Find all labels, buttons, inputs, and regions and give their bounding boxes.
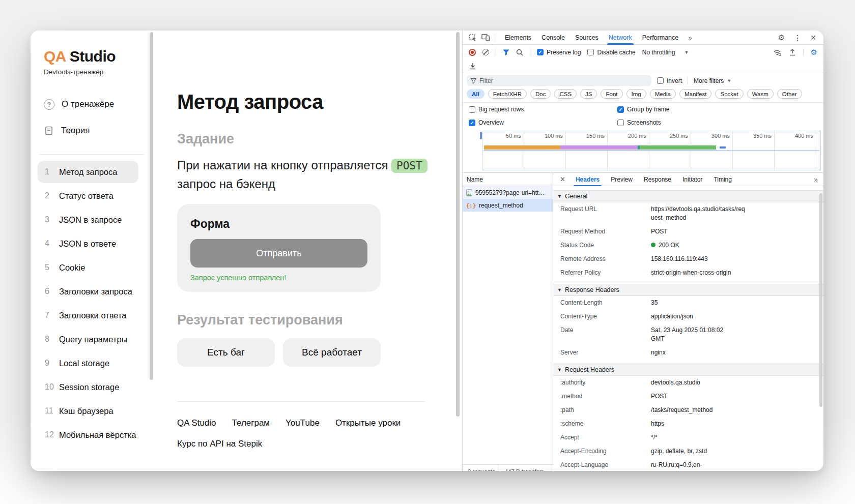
preserve-log-checkbox[interactable]: ✓ Preserve log [537,49,581,56]
network-status-bar: 2 requests 447 B transferr [463,464,553,471]
timeline-handle[interactable] [480,132,482,139]
network-overview-timeline[interactable]: 50 ms100 ms150 ms200 ms250 ms300 ms350 m… [482,131,821,170]
lesson-item[interactable]: 7 Заголовки ответа [38,304,138,327]
throttling-dropdown[interactable]: No throttling ▼ [642,49,689,56]
export-har-icon[interactable] [789,49,796,56]
big-request-rows-checkbox[interactable]: Big request rows [469,106,617,113]
section-header[interactable]: ▼ Response Headers [553,284,823,296]
lesson-item[interactable]: 6 Заголовки запроса [38,280,138,303]
type-chip[interactable]: JS [580,89,597,99]
inspect-icon[interactable] [469,34,477,42]
details-tab[interactable]: Initiator [677,173,708,186]
device-toolbar-icon[interactable] [481,34,490,41]
invert-checkbox[interactable]: Invert [657,77,682,84]
clear-icon[interactable] [482,49,489,55]
name-column-header[interactable]: Name [463,173,553,186]
value-line: nginx [651,348,666,357]
type-chip[interactable]: Fetch/XHR [488,89,527,99]
footer-link[interactable]: Телеграм [232,418,270,428]
header-row: Content-Type application/json [553,310,823,323]
value-line: application/json [651,312,693,321]
sidebar-scrollbar[interactable] [150,32,153,380]
details-tab[interactable]: Timing [708,173,737,186]
search-icon[interactable] [516,49,523,56]
lesson-item[interactable]: 5 Cookie [38,256,138,279]
lesson-item[interactable]: 10 Session storage [38,376,138,398]
sidebar: QA Studio Devtools-тренажёр ? О тренажёр… [31,31,157,471]
request-row[interactable]: {:} 95955279?page-url=htt… [463,186,553,199]
header-key: Request URL [560,205,651,222]
type-chip[interactable]: Manifest [679,89,711,99]
request-row[interactable]: {:} request_method [463,199,553,212]
header-key: Accept-Encoding [560,447,651,456]
lesson-item[interactable]: 2 Статус ответа [38,185,138,207]
close-devtools-icon[interactable]: ✕ [810,34,816,42]
bug-button[interactable]: Есть баг [177,338,275,367]
section-header[interactable]: ▼ General [553,190,823,202]
sidebar-item-theory[interactable]: Теория [44,124,157,138]
import-har-icon[interactable] [469,63,476,70]
type-chip[interactable]: Other [777,89,802,99]
type-chip[interactable]: Doc [530,89,551,99]
devtools-tab[interactable]: Elements [500,31,536,45]
disable-cache-checkbox[interactable]: Disable cache [587,49,635,56]
lesson-item[interactable]: 12 Мобильная вёрстка [38,424,138,446]
lesson-number: 10 [45,382,59,392]
details-tab[interactable]: Preview [605,173,638,186]
group-by-frame-checkbox[interactable]: ✓ Group by frame [617,106,669,113]
lesson-item[interactable]: 1 Метод запроса [38,161,138,183]
value-lines: 35 [651,299,658,306]
footer-link[interactable]: QA Studio [177,418,216,428]
main-scrollbar[interactable] [456,32,460,417]
type-chip[interactable]: Img [626,89,646,99]
filter-input[interactable] [479,77,647,84]
type-chip[interactable]: All [467,89,484,99]
header-value: */* [651,433,764,442]
app-window: QA Studio Devtools-тренажёр ? О тренажёр… [31,31,823,471]
network-conditions-icon[interactable] [773,49,782,56]
method-badge: POST [391,159,428,173]
more-tabs-icon[interactable]: » [688,34,692,42]
type-chip[interactable]: Wasm [747,89,774,99]
footer-link[interactable]: Открытые уроки [335,418,401,428]
record-icon[interactable] [469,49,476,56]
more-detail-tabs-icon[interactable]: » [814,175,821,184]
result-heading: Результат тестирования [177,312,462,328]
section-rows: :authority devtools.qa.studio :method [553,376,823,471]
section-header[interactable]: ▼ Request Headers [553,364,823,376]
lesson-item[interactable]: 9 Local storage [38,352,138,374]
more-options-icon[interactable]: ⋮ [794,34,801,42]
lesson-item[interactable]: 4 JSON в ответе [38,232,138,255]
header-row: :path /tasks/request_method [553,403,823,417]
value-lines: https [651,420,664,427]
sidebar-item-about[interactable]: ? О тренажёре [44,97,157,111]
works-button[interactable]: Всё работает [283,338,381,367]
close-details-icon[interactable]: ✕ [555,175,570,183]
screenshots-checkbox[interactable]: Screenshots [617,119,661,126]
settings-gear-icon[interactable]: ⚙ [778,33,785,42]
lesson-item[interactable]: 3 JSON в запросе [38,209,138,231]
lesson-item[interactable]: 8 Query параметры [38,328,138,350]
devtools-tab[interactable]: Performance [637,31,684,45]
lesson-number: 6 [45,287,59,296]
footer-link[interactable]: YouTube [286,418,320,428]
type-chip[interactable]: CSS [554,89,577,99]
submit-button[interactable]: Отправить [190,239,367,268]
network-settings-gear-icon[interactable]: ⚙ [811,48,817,57]
section-title: General [565,193,587,200]
footer-link-stepik[interactable]: Курс по API на Stepik [177,439,462,449]
devtools-tab[interactable]: Console [536,31,570,45]
details-tab[interactable]: Response [638,173,677,186]
type-chip[interactable]: Media [650,89,676,99]
type-chip[interactable]: Font [601,89,622,99]
details-scrollbar[interactable] [819,193,822,407]
overview-checkbox[interactable]: ✓ Overview [469,119,617,126]
devtools-tab[interactable]: Sources [570,31,604,45]
type-chip[interactable]: Socket [715,89,743,99]
details-tab[interactable]: Headers [570,173,605,186]
big-request-rows-label: Big request rows [478,106,524,113]
lesson-item[interactable]: 11 Кэш браузера [38,400,138,422]
devtools-tab[interactable]: Network [604,31,637,45]
more-filters-dropdown[interactable]: More filters ▼ [694,77,731,84]
filter-funnel-icon[interactable] [503,49,509,55]
